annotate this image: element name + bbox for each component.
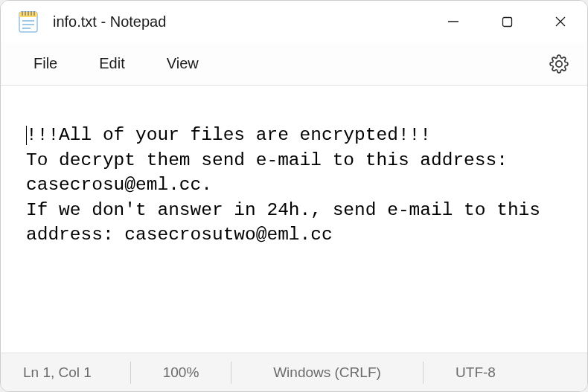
text-editor-area[interactable]: !!!All of your files are encrypted!!! To… bbox=[1, 86, 587, 353]
close-button[interactable] bbox=[534, 1, 587, 42]
status-line-ending: Windows (CRLF) bbox=[231, 362, 424, 384]
svg-rect-11 bbox=[502, 17, 511, 26]
titlebar: info.txt - Notepad bbox=[1, 1, 587, 42]
statusbar: Ln 1, Col 1 100% Windows (CRLF) UTF-8 bbox=[1, 353, 587, 391]
menu-view[interactable]: View bbox=[146, 48, 220, 80]
status-encoding: UTF-8 bbox=[424, 362, 528, 384]
status-cursor-position: Ln 1, Col 1 bbox=[1, 362, 131, 384]
settings-button[interactable] bbox=[543, 48, 575, 80]
menu-file[interactable]: File bbox=[13, 48, 78, 80]
maximize-button[interactable] bbox=[480, 1, 534, 42]
minimize-button[interactable] bbox=[426, 1, 480, 42]
document-text: !!!All of your files are encrypted!!! To… bbox=[26, 125, 552, 245]
menubar: File Edit View bbox=[1, 42, 587, 86]
window-controls bbox=[426, 1, 587, 42]
menu-edit[interactable]: Edit bbox=[78, 48, 145, 80]
gear-icon bbox=[549, 54, 569, 74]
notepad-icon bbox=[19, 10, 38, 33]
status-zoom[interactable]: 100% bbox=[131, 362, 231, 384]
window-title: info.txt - Notepad bbox=[53, 13, 426, 30]
notepad-window: info.txt - Notepad File Edit View !!!All… bbox=[0, 0, 588, 392]
